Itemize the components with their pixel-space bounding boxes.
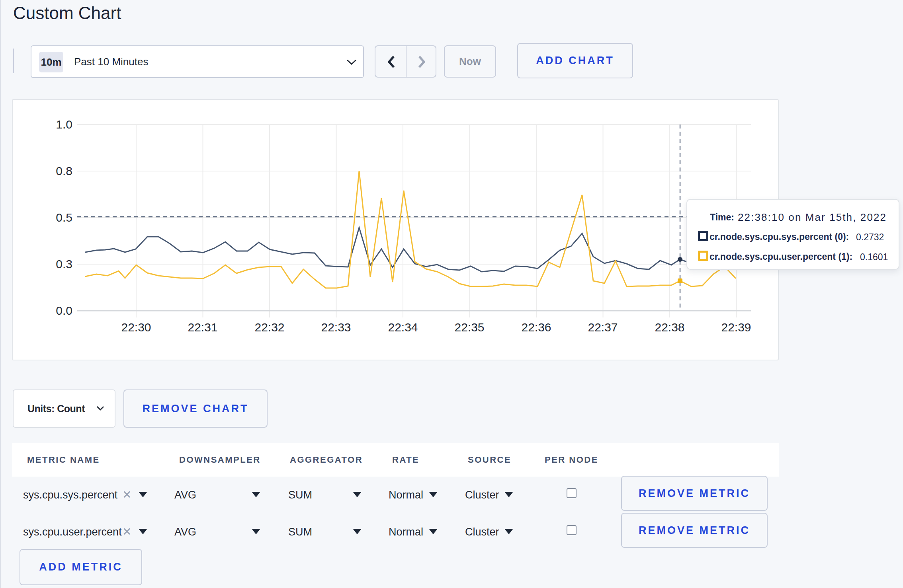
svg-text:22:30: 22:30 <box>121 321 151 334</box>
svg-text:22:36: 22:36 <box>521 321 551 334</box>
svg-text:22:38: 22:38 <box>655 321 684 334</box>
svg-text:0.8: 0.8 <box>56 164 72 177</box>
svg-text:22:31: 22:31 <box>188 321 217 334</box>
svg-text:22:39: 22:39 <box>721 321 751 334</box>
svg-text:0.0: 0.0 <box>56 304 72 317</box>
svg-text:1.0: 1.0 <box>56 118 72 131</box>
svg-text:22:33: 22:33 <box>321 321 351 334</box>
svg-text:22:32: 22:32 <box>254 321 284 334</box>
svg-text:0.3: 0.3 <box>56 257 72 271</box>
svg-text:22:37: 22:37 <box>588 321 618 334</box>
svg-text:22:34: 22:34 <box>388 321 418 334</box>
svg-text:0.5: 0.5 <box>56 211 72 224</box>
svg-text:22:35: 22:35 <box>454 321 484 334</box>
